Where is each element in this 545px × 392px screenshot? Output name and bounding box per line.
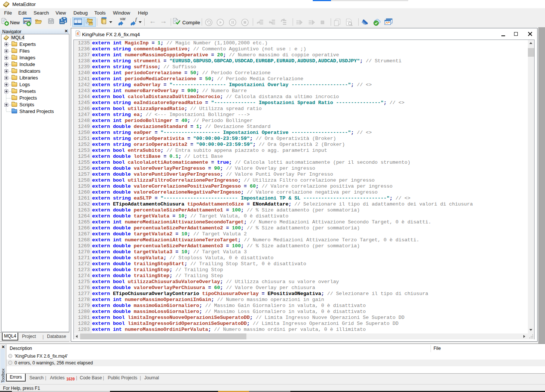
- svg-text:4: 4: [77, 32, 79, 36]
